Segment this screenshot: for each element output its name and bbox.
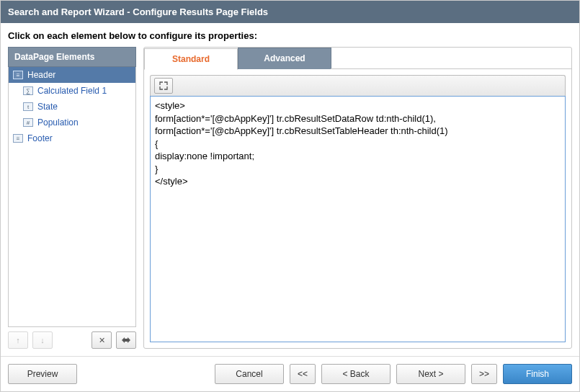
editor-toolbar	[150, 75, 566, 97]
preview-button[interactable]: Preview	[8, 364, 77, 384]
elements-tree[interactable]: ≡ Header ∑ Calculated Field 1 t State # …	[8, 67, 136, 327]
last-page-button[interactable]: >>	[471, 364, 497, 384]
text-field-icon: t	[23, 102, 33, 111]
calc-field-icon: ∑	[23, 86, 33, 95]
finish-button[interactable]: Finish	[503, 364, 572, 384]
datapage-elements-header: DataPage Elements	[8, 47, 136, 67]
tab-filler	[331, 48, 571, 69]
number-field-icon: #	[23, 118, 33, 127]
tree-item-label: State	[37, 102, 58, 112]
editor-area	[150, 69, 566, 342]
tree-item-state[interactable]: t State	[9, 99, 135, 115]
back-button[interactable]: < Back	[321, 364, 391, 384]
window-title: Search and Report Wizard - Configure Res…	[1, 1, 579, 23]
insert-icon	[121, 336, 131, 344]
first-page-button[interactable]: <<	[290, 364, 316, 384]
section-icon: ≡	[13, 134, 23, 143]
tree-item-label: Footer	[27, 133, 53, 143]
arrow-up-icon: ↑	[16, 336, 20, 344]
next-button[interactable]: Next >	[396, 364, 465, 384]
expand-icon	[159, 81, 168, 90]
left-column: DataPage Elements ≡ Header ∑ Calculated …	[8, 47, 136, 349]
wizard-window: Search and Report Wizard - Configure Res…	[0, 0, 580, 392]
tree-item-calculated-field-1[interactable]: ∑ Calculated Field 1	[9, 83, 135, 99]
tree-item-population[interactable]: # Population	[9, 115, 135, 130]
expand-editor-button[interactable]	[154, 78, 173, 94]
insert-button[interactable]	[116, 331, 136, 349]
close-icon: ✕	[99, 336, 105, 345]
delete-button[interactable]: ✕	[92, 331, 112, 349]
section-icon: ≡	[13, 71, 23, 79]
html-code-editor[interactable]	[150, 96, 566, 342]
tab-standard[interactable]: Standard	[144, 48, 238, 70]
move-up-button[interactable]: ↑	[8, 331, 28, 349]
wizard-footer: Preview Cancel << < Back Next > >> Finis…	[1, 356, 579, 391]
tab-advanced[interactable]: Advanced	[238, 48, 331, 69]
tree-item-label: Population	[37, 117, 79, 128]
tree-item-header[interactable]: ≡ Header	[9, 67, 135, 83]
right-column: Standard Advanced	[143, 47, 572, 349]
cancel-button[interactable]: Cancel	[215, 364, 284, 384]
instruction-text: Click on each element below to configure…	[1, 23, 579, 47]
arrow-down-icon: ↓	[40, 336, 45, 344]
tree-item-label: Header	[27, 70, 55, 80]
tree-item-footer[interactable]: ≡ Footer	[9, 130, 135, 146]
main-area: DataPage Elements ≡ Header ∑ Calculated …	[1, 47, 579, 356]
tab-strip: Standard Advanced	[144, 48, 571, 69]
tree-toolbar: ↑ ↓ ✕	[8, 327, 136, 349]
tree-item-label: Calculated Field 1	[37, 86, 107, 96]
move-down-button[interactable]: ↓	[32, 331, 53, 349]
